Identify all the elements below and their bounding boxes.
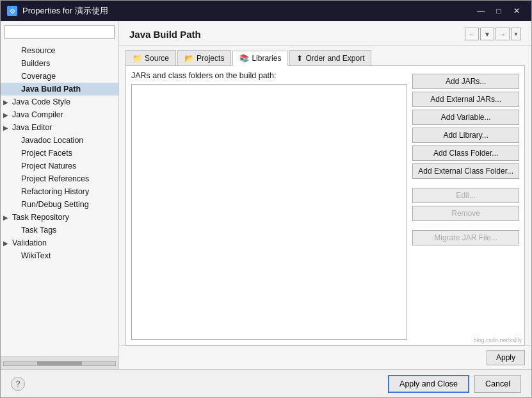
sidebar-item-java-editor[interactable]: ▶Java Editor (1, 121, 118, 134)
button-separator (412, 181, 519, 185)
footer: ? Apply and Close Cancel (1, 369, 531, 397)
sidebar-item-task-repository[interactable]: ▶Task Repository (1, 211, 118, 224)
sidebar-item-run-debug-setting[interactable]: Run/Debug Setting (1, 198, 118, 211)
main-panel: Java Build Path ← ▼ → ▼ 📁Source📂Projects… (119, 21, 531, 369)
build-path-description: JARs and class folders on the build path… (131, 71, 407, 80)
tab-libraries[interactable]: 📚Libraries (232, 51, 288, 66)
footer-left: ? (11, 377, 25, 391)
maximize-button[interactable]: □ (490, 4, 507, 17)
sidebar-item-label-project-references: Project References (21, 174, 89, 183)
edit-button: Edit... (412, 188, 519, 203)
tab-source[interactable]: 📁Source (125, 50, 176, 65)
content-area: ResourceBuildersCoverageJava Build Path▶… (1, 21, 531, 369)
nav-forward-dropdown-button[interactable]: ▼ (511, 28, 521, 40)
build-path-buttons: Add JARs...Add External JARs...Add Varia… (412, 71, 519, 340)
sidebar-item-label-java-code-style: Java Code Style (12, 97, 70, 106)
tabs-bar: 📁Source📂Projects📚Libraries⬆Order and Exp… (119, 46, 531, 65)
panel-nav-buttons: ← ▼ → ▼ (465, 28, 521, 40)
minimize-button[interactable]: — (472, 4, 489, 17)
sidebar-scrollbar[interactable] (1, 356, 118, 369)
panel-header: Java Build Path ← ▼ → ▼ (119, 21, 531, 46)
sidebar-item-refactoring-history[interactable]: Refactoring History (1, 185, 118, 198)
tab-label-source: Source (145, 54, 169, 63)
tab-label-projects: Projects (197, 54, 224, 63)
add-library-button[interactable]: Add Library... (412, 128, 519, 143)
add-class-folder-button[interactable]: Add Class Folder... (412, 145, 519, 161)
panel-title: Java Build Path (129, 29, 201, 40)
sidebar-item-label-coverage: Coverage (21, 72, 56, 81)
close-button[interactable]: ✕ (508, 4, 525, 17)
tab-icon-libraries: 📚 (239, 54, 249, 63)
sidebar-item-label-run-debug-setting: Run/Debug Setting (21, 200, 89, 209)
sidebar-search-input[interactable] (4, 25, 115, 39)
add-external-jars-button[interactable]: Add External JARs... (412, 92, 519, 107)
add-jars-button[interactable]: Add JARs... (412, 74, 519, 89)
sidebar-item-label-resource: Resource (21, 46, 56, 55)
add-variable-button[interactable]: Add Variable... (412, 110, 519, 125)
apply-close-button[interactable]: Apply and Close (388, 375, 469, 393)
sidebar-item-label-task-tags: Task Tags (21, 226, 56, 235)
expand-arrow-task-repository: ▶ (3, 214, 10, 221)
scroll-thumb (37, 361, 82, 365)
build-path-area: JARs and class folders on the build path… (126, 66, 524, 345)
remove-button: Remove (412, 206, 519, 221)
scroll-track (3, 361, 116, 366)
build-path-left: JARs and class folders on the build path… (131, 71, 407, 340)
nav-back-button[interactable]: ← (465, 28, 479, 40)
window-icon: ⚙ (7, 6, 17, 16)
sidebar-item-project-references[interactable]: Project References (1, 172, 118, 185)
nav-back-dropdown-button[interactable]: ▼ (480, 28, 494, 40)
bottom-bar: Apply (119, 345, 531, 369)
migrate-jar-button: Migrate JAR File... (412, 230, 519, 245)
sidebar-item-label-java-editor: Java Editor (12, 123, 52, 132)
add-external-class-folder-button[interactable]: Add External Class Folder... (412, 163, 519, 179)
apply-button[interactable]: Apply (487, 350, 525, 365)
sidebar-search-area (1, 21, 118, 43)
title-bar-controls: — □ ✕ (472, 4, 525, 17)
title-bar-left: ⚙ Properties for 演示使用 (7, 5, 108, 17)
sidebar-item-task-tags[interactable]: Task Tags (1, 224, 118, 236)
sidebar-item-builders[interactable]: Builders (1, 57, 118, 70)
sidebar-item-label-builders: Builders (21, 59, 50, 68)
expand-arrow-java-editor: ▶ (3, 124, 10, 131)
properties-window: ⚙ Properties for 演示使用 — □ ✕ ResourceBuil… (0, 0, 532, 398)
sidebar-item-label-java-compiler: Java Compiler (12, 110, 63, 119)
tab-icon-order-export: ⬆ (296, 54, 303, 63)
sidebar-item-resource[interactable]: Resource (1, 44, 118, 57)
tab-icon-source: 📁 (133, 54, 142, 63)
sidebar-item-wikitext[interactable]: WikiText (1, 249, 118, 262)
footer-right: Apply and Close Cancel (388, 375, 521, 393)
jar-list[interactable] (131, 84, 407, 340)
expand-arrow-validation: ▶ (3, 240, 10, 247)
help-button[interactable]: ? (11, 377, 25, 391)
sidebar-item-java-compiler[interactable]: ▶Java Compiler (1, 108, 118, 121)
tab-projects[interactable]: 📂Projects (177, 50, 231, 65)
expand-arrow-java-code-style: ▶ (3, 99, 10, 106)
sidebar-item-label-wikitext: WikiText (21, 251, 51, 260)
nav-forward-button[interactable]: → (496, 28, 510, 40)
sidebar-item-javadoc-location[interactable]: Javadoc Location (1, 134, 118, 147)
expand-arrow-java-compiler: ▶ (3, 112, 10, 119)
tab-label-order-export: Order and Export (305, 54, 364, 63)
sidebar-item-label-javadoc-location: Javadoc Location (21, 136, 83, 145)
tab-content: JARs and class folders on the build path… (125, 65, 525, 345)
sidebar-item-label-project-natures: Project Natures (21, 162, 76, 170)
sidebar-item-label-project-facets: Project Facets (21, 149, 72, 158)
sidebar-item-java-code-style[interactable]: ▶Java Code Style (1, 95, 118, 108)
window-title: Properties for 演示使用 (22, 5, 108, 17)
tab-order-export[interactable]: ⬆Order and Export (289, 50, 371, 65)
sidebar-item-label-validation: Validation (12, 238, 47, 247)
sidebar-item-project-natures[interactable]: Project Natures (1, 160, 118, 172)
sidebar-item-coverage[interactable]: Coverage (1, 70, 118, 83)
cancel-button[interactable]: Cancel (474, 375, 521, 393)
sidebar-item-validation[interactable]: ▶Validation (1, 236, 118, 249)
button-separator (412, 224, 519, 228)
sidebar-item-project-facets[interactable]: Project Facets (1, 147, 118, 160)
tab-icon-projects: 📂 (184, 54, 194, 63)
sidebar: ResourceBuildersCoverageJava Build Path▶… (1, 21, 119, 369)
sidebar-item-java-build-path[interactable]: Java Build Path (1, 83, 118, 95)
sidebar-list: ResourceBuildersCoverageJava Build Path▶… (1, 43, 118, 356)
title-bar: ⚙ Properties for 演示使用 — □ ✕ (1, 1, 531, 21)
sidebar-item-label-java-build-path: Java Build Path (21, 85, 81, 94)
watermark: blog.csdn.net/xsllly (473, 337, 522, 344)
